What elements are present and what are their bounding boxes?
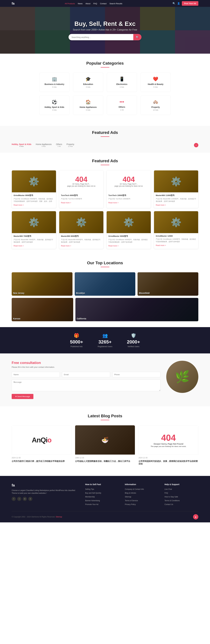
footer-link-faq[interactable]: FAQ xyxy=(165,492,168,494)
divider-line-3 xyxy=(101,165,109,165)
footer-link-sitemap[interactable]: Sitemap xyxy=(125,496,131,498)
gear-icon-3: ⚙️ xyxy=(171,176,182,187)
search-button[interactable]: 🔍 xyxy=(133,34,141,40)
ad-desc-6: 产品介绍: GrindMaster 9000型号，性能卓越，提供稳定可靠的研磨效… xyxy=(108,238,149,243)
footer: fa Choose a Largest Classified Listing M… xyxy=(0,476,210,522)
footer-link-privacy[interactable]: Privacy Policy xyxy=(125,504,136,506)
footer-social: f t in li xyxy=(12,497,79,501)
footer-link-membership[interactable]: Membership xyxy=(85,496,95,498)
consultation-rest: consultation xyxy=(19,361,41,365)
ad-read-more-4[interactable]: Read more > xyxy=(13,245,24,247)
consultation-image: 🌿 xyxy=(166,361,198,393)
ad-title-1: TurnTech 6000型号 xyxy=(61,194,102,197)
send-message-button[interactable]: ✉ Send Message xyxy=(12,394,33,399)
facebook-icon[interactable]: f xyxy=(12,497,16,501)
ad-read-more-5[interactable]: Read more > xyxy=(61,245,71,247)
blog-image-2: 404 Ooops! Sorry, Page Not FoundThe page… xyxy=(138,425,198,454)
hero-section: Buy, Sell, Rent & Exc Search from over 2… xyxy=(0,7,210,54)
nav-link-about[interactable]: About xyxy=(86,2,91,5)
phone-input[interactable] xyxy=(112,372,160,377)
ad-desc-7: 产品介绍: GrindMaster 12000型号，性能卓越，提供稳定可靠的研磨… xyxy=(156,238,197,243)
ad-read-more-7[interactable]: Read more > xyxy=(156,244,166,246)
category-home-appliances[interactable]: 🏠 Home Appliances 0 Ads xyxy=(73,96,103,115)
ads-grid: ⚙️ GrindMaster 8000型号 产品介绍: GrindMaster … xyxy=(12,170,198,249)
nav-link-faq[interactable]: FAQ xyxy=(93,2,97,5)
search-input[interactable] xyxy=(69,34,133,40)
blog-date-0: 2024-12-30 xyxy=(12,457,72,459)
blog-grid: AnQio 2024-12-30 公司作为软件工程设计师，提升在工作职能水平和提… xyxy=(12,425,198,468)
message-textarea[interactable] xyxy=(12,380,160,391)
stat-number-1: 3265+ xyxy=(98,339,112,345)
consultation-section: Free consultation Please fill in this fo… xyxy=(0,354,210,406)
location-brooklyn[interactable]: Brooklyn xyxy=(75,272,135,296)
category-name-1: Education xyxy=(75,83,101,85)
category-others[interactable]: ••• Others 1 Ad xyxy=(107,96,137,115)
consultation-form: Free consultation Please fill in this fo… xyxy=(12,361,160,399)
sitemap-link[interactable]: Sitemap xyxy=(56,516,62,518)
footer-link-promote[interactable]: Promote Your Ad xyxy=(85,504,98,506)
footer-link-live-chat[interactable]: Live Chat xyxy=(165,488,172,490)
location-new-jersey[interactable]: New Jersey xyxy=(12,272,73,296)
footer-link-company[interactable]: Company & Contact Info xyxy=(125,488,144,490)
footer-link-banner[interactable]: Banner Advertising xyxy=(85,500,100,502)
blog-date-1: 1990-12-30 xyxy=(75,457,135,459)
location-kansas[interactable]: Kansas xyxy=(12,298,73,321)
post-ad-button[interactable]: Post Your Ad xyxy=(182,1,198,6)
footer-copyright: © Copyright 2002 - 2024 SiteHome All Rig… xyxy=(12,516,62,518)
ad-body-2: TurnTech 10000型号 产品介绍: TurnTech 10000型号 … xyxy=(106,192,151,206)
category-name-5: Home Appliances xyxy=(75,106,101,108)
nav-link-news[interactable]: News xyxy=(78,2,83,5)
location-bloomfield[interactable]: Bloomfield xyxy=(137,272,198,296)
footer-link-terms-conditions[interactable]: Terms & Conditions xyxy=(165,500,180,502)
name-input[interactable] xyxy=(12,372,60,377)
instagram-icon[interactable]: in xyxy=(23,497,27,501)
email-input[interactable] xyxy=(62,372,110,377)
stat-registered-users: 👥 3265+ Registered Users xyxy=(98,333,112,348)
tab-home-appliances[interactable]: Home Appliances 0 Ads xyxy=(36,142,52,148)
navbar-logo[interactable]: fa xyxy=(12,2,14,6)
tab-property[interactable]: Property 12 Ads xyxy=(67,142,74,148)
tab-hobby-sport[interactable]: Hobby, Sport & Kids 4 Ads xyxy=(12,142,31,148)
featured-tabs-divider xyxy=(12,136,198,137)
footer-link-terms[interactable]: Terms of Service xyxy=(125,500,138,502)
footer-link-contact-us[interactable]: Contact Us xyxy=(165,504,173,506)
category-business-industry[interactable]: 🏢 Business & Industry 0 Ads xyxy=(39,73,69,92)
footer-link-selling-tips[interactable]: Selling Tips xyxy=(85,488,94,490)
ad-read-more-6[interactable]: Read more > xyxy=(108,245,118,247)
stat-published-ads: 🎁 5000+ Published Ads xyxy=(70,333,83,348)
category-property[interactable]: 🏘️ Property 12 Ads xyxy=(141,96,171,115)
tab-others[interactable]: Others 1 Ad xyxy=(56,142,62,148)
blog-card-0: AnQio 2024-12-30 公司作为软件工程设计师，提升在工作职能水平和提… xyxy=(12,425,72,468)
ad-read-more-2[interactable]: Read more > xyxy=(108,202,118,204)
ad-body-7: GrindMaster 12000 产品介绍: GrindMaster 1200… xyxy=(154,233,198,248)
category-health-beauty[interactable]: ❤️ Health & Beauty 0 Ads xyxy=(141,73,171,92)
twitter-icon[interactable]: t xyxy=(17,497,21,501)
tab-scroll-button[interactable]: › xyxy=(194,143,198,147)
footer-how-to-sell-col: How to Sell Fast Selling Tips Buy and Se… xyxy=(85,483,119,507)
ad-read-more-0[interactable]: Read more > xyxy=(13,204,24,206)
popular-categories-section: Popular Categories 🏢 Business & Industry… xyxy=(0,54,210,126)
nav-link-contact[interactable]: Contact xyxy=(100,2,106,5)
user-icon-btn[interactable]: 👤 xyxy=(177,2,180,5)
ad-card-7: ⚙️ GrindMaster 12000 产品介绍: GrindMaster 1… xyxy=(154,211,198,249)
navbar-actions: 🔍 👤 Post Your Ad xyxy=(173,1,198,6)
linkedin-icon[interactable]: li xyxy=(28,497,32,501)
ad-read-more-3[interactable]: Read more > xyxy=(156,204,166,206)
ad-404-text-2: ☹! Sorry, Page Not F...page you are look… xyxy=(114,183,143,187)
footer-link-blog[interactable]: Blog & Articles xyxy=(125,492,136,494)
featured-ads-section: Featured Ads ⚙️ GrindMaster 8000型号 产品介绍:… xyxy=(0,153,210,255)
ad-read-more-1[interactable]: Read more > xyxy=(61,202,71,204)
footer-link-stay-safe[interactable]: How to Stay Safe xyxy=(165,496,178,498)
navbar: fa All Products News About FAQ Contact S… xyxy=(0,0,210,7)
hero-subtitle: Search from over 2000+ Active Ads in 29+… xyxy=(3,28,207,31)
category-education[interactable]: 🎓 Education 0 Ads xyxy=(73,73,103,92)
back-to-top-button[interactable]: ▲ xyxy=(193,514,198,520)
nav-link-search-results[interactable]: Search Results xyxy=(109,2,122,5)
location-california[interactable]: California xyxy=(75,298,198,321)
category-hobby-sport[interactable]: ⚽ Hobby, Sport & Kids 4 Ads xyxy=(39,96,69,115)
nav-link-all-products[interactable]: All Products xyxy=(65,2,75,5)
search-icon-btn[interactable]: 🔍 xyxy=(173,2,175,5)
footer-link-buy-sell[interactable]: Buy and Sell Quickly xyxy=(85,492,101,494)
category-electronics[interactable]: 📱 Electronics 4 Ads xyxy=(107,73,137,92)
category-count-7: 12 Ads xyxy=(143,109,168,111)
